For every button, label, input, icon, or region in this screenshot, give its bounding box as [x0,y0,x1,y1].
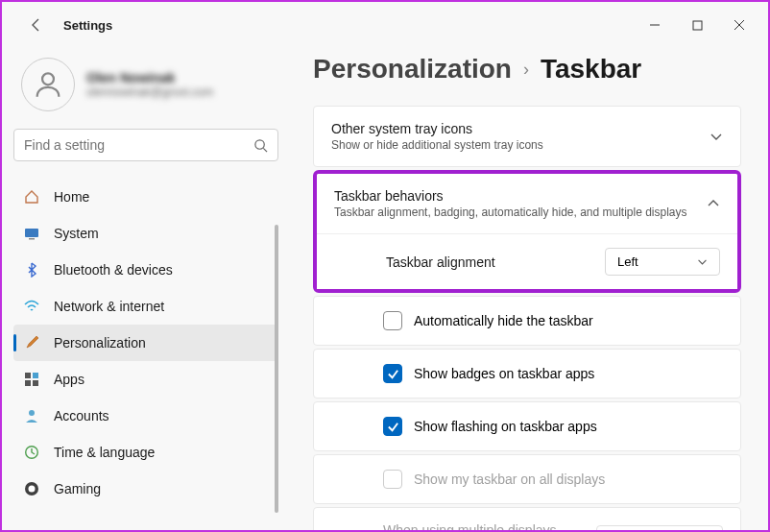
alignment-label: Taskbar alignment [386,254,605,270]
svg-rect-5 [25,373,31,378]
sidebar-item-time[interactable]: Time & language [13,434,278,471]
user-name: Olen Nowinak [86,70,213,85]
check-label: Show my taskbar on all displays [414,472,605,487]
svg-rect-7 [25,380,31,386]
breadcrumb-current: Taskbar [541,54,641,85]
search-icon [253,138,268,153]
sidebar-item-label: Time & language [54,445,155,460]
section-title: Taskbar behaviors [334,188,707,204]
check-label: Automatically hide the taskbar [414,313,593,328]
sidebar-item-system[interactable]: System [13,215,278,252]
check-label: Show flashing on taskbar apps [414,419,597,434]
clock-icon [23,444,40,461]
svg-rect-8 [33,380,38,386]
sidebar-item-personalization[interactable]: Personalization [13,325,278,361]
row-flashing[interactable]: Show flashing on taskbar apps [313,401,741,451]
checkbox-badges[interactable] [383,364,402,383]
check-label: Show badges on taskbar apps [414,366,594,381]
sidebar-item-home[interactable]: Home [13,179,278,215]
chevron-down-icon [710,130,723,143]
row-multi-displays: When using multiple displays, show my ta… [313,507,741,530]
row-alldisplays: Show my taskbar on all displays [313,454,741,504]
nav-list: Home System Bluetooth & devices Network … [13,179,278,530]
svg-rect-3 [25,229,38,237]
chevron-down-icon [697,256,708,267]
svg-point-12 [29,486,36,493]
sidebar-item-label: System [54,226,99,241]
chevron-right-icon: › [523,60,529,80]
minimize-button[interactable] [634,10,676,40]
sidebar-item-label: Gaming [54,481,101,496]
svg-rect-4 [29,238,35,240]
section-other-tray-icons[interactable]: Other system tray icons Show or hide add… [313,106,741,167]
multi-label: When using multiple displays, show my ta… [383,521,585,530]
check-icon [387,421,399,433]
sidebar-item-label: Network & internet [54,299,164,314]
apps-icon [23,371,40,388]
check-icon [387,368,399,380]
home-icon [23,188,40,206]
app-title: Settings [63,18,112,33]
maximize-button[interactable] [676,10,718,40]
breadcrumb: Personalization › Taskbar [313,54,741,85]
sidebar-item-label: Accounts [54,408,109,423]
user-icon [32,68,64,101]
sidebar-item-network[interactable]: Network & internet [13,288,278,325]
section-sub: Taskbar alignment, badging, automaticall… [334,206,707,219]
breadcrumb-root[interactable]: Personalization [313,54,512,85]
section-title: Other system tray icons [331,121,710,136]
svg-point-9 [29,410,35,416]
dropdown-value: Left [617,254,638,269]
main-content: Personalization › Taskbar Other system t… [290,48,768,530]
maximize-icon [692,20,703,31]
sidebar-item-label: Personalization [54,335,146,351]
row-autohide[interactable]: Automatically hide the taskbar [313,296,741,346]
arrow-left-icon [29,17,44,33]
sidebar-item-gaming[interactable]: Gaming [13,471,278,507]
multi-dropdown: All taskbars [596,525,723,530]
chevron-up-icon [707,197,720,210]
sidebar-item-accounts[interactable]: Accounts [13,398,278,434]
wifi-icon [23,298,40,315]
avatar [21,58,75,111]
user-email: olennowinak@groot.com [86,85,213,99]
svg-point-2 [255,139,264,148]
sidebar-item-label: Apps [54,372,84,387]
minimize-icon [649,19,661,31]
sidebar-item-label: Bluetooth & devices [54,262,173,278]
svg-rect-6 [33,373,38,378]
close-icon [734,19,745,31]
section-taskbar-behaviors[interactable]: Taskbar behaviors Taskbar alignment, bad… [317,174,737,233]
highlighted-region: Taskbar behaviors Taskbar alignment, bad… [313,170,741,293]
accounts-icon [23,407,40,424]
close-button[interactable] [718,10,760,40]
row-taskbar-alignment: Taskbar alignment Left [317,233,737,289]
back-button[interactable] [21,10,52,40]
system-icon [23,225,40,242]
sidebar-item-bluetooth[interactable]: Bluetooth & devices [13,252,278,288]
search-input[interactable] [24,137,253,153]
gaming-icon [23,480,40,497]
user-block[interactable]: Olen Nowinak olennowinak@groot.com [13,54,278,125]
sidebar-item-label: Home [54,189,89,205]
sidebar-item-apps[interactable]: Apps [13,361,278,398]
row-badges[interactable]: Show badges on taskbar apps [313,349,741,399]
sidebar: Olen Nowinak olennowinak@groot.com Home … [2,48,290,530]
alignment-dropdown[interactable]: Left [605,248,720,276]
checkbox-flashing[interactable] [383,417,402,436]
svg-rect-0 [693,21,702,30]
section-sub: Show or hide additional system tray icon… [331,138,710,152]
search-box[interactable] [13,129,278,161]
checkbox-alldisplays [383,470,402,489]
bluetooth-icon [23,261,40,278]
checkbox-autohide[interactable] [383,311,402,330]
paintbrush-icon [23,334,40,351]
svg-point-1 [42,73,54,85]
sidebar-scrollbar[interactable] [275,225,278,513]
